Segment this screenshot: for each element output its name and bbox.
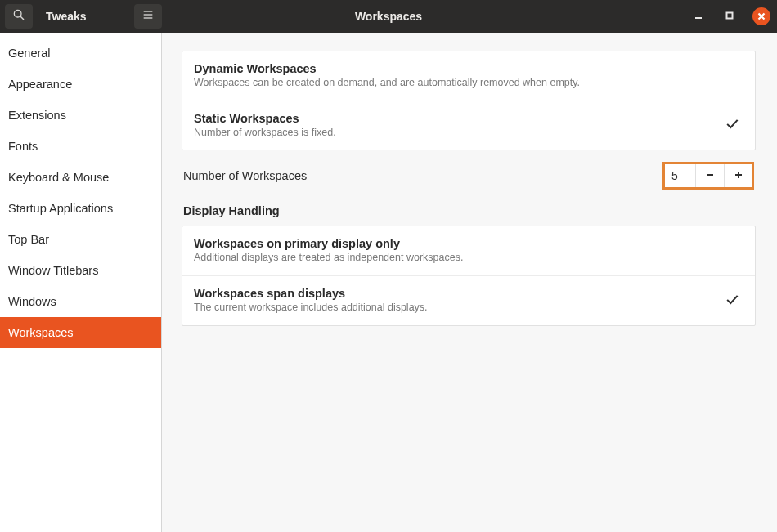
display-handling-header: Display Handling xyxy=(182,198,756,226)
minimize-button[interactable] xyxy=(690,8,707,25)
sidebar-item-label: Window Titlebars xyxy=(8,264,98,277)
close-button[interactable] xyxy=(752,7,770,25)
sidebar-item-windows[interactable]: Windows xyxy=(0,286,161,317)
sidebar: General Appearance Extensions Fonts Keyb… xyxy=(0,33,162,532)
maximize-button[interactable] xyxy=(721,8,738,25)
option-subtitle: Workspaces can be created on demand, and… xyxy=(194,77,580,90)
sidebar-item-workspaces[interactable]: Workspaces xyxy=(0,317,161,348)
page-title: Workspaces xyxy=(355,10,422,23)
plus-icon xyxy=(734,168,743,183)
sidebar-item-top-bar[interactable]: Top Bar xyxy=(0,224,161,255)
option-span-displays[interactable]: Workspaces span displays The current wor… xyxy=(182,275,755,325)
minus-icon xyxy=(705,168,715,183)
sidebar-item-general[interactable]: General xyxy=(0,38,161,69)
sidebar-item-keyboard-mouse[interactable]: Keyboard & Mouse xyxy=(0,162,161,193)
window: Tweaks Workspaces General Appearance Ex xyxy=(0,0,777,532)
option-title: Static Workspaces xyxy=(194,112,336,125)
check-icon xyxy=(724,291,740,311)
option-subtitle: Additional displays are treated as indep… xyxy=(194,252,463,265)
window-controls xyxy=(690,7,770,25)
option-title: Workspaces span displays xyxy=(194,287,428,300)
hamburger-icon xyxy=(141,8,155,25)
option-text: Workspaces on primary display only Addit… xyxy=(194,237,463,265)
menu-button[interactable] xyxy=(134,4,162,29)
option-primary-display-only[interactable]: Workspaces on primary display only Addit… xyxy=(182,226,755,275)
sidebar-item-label: Top Bar xyxy=(8,233,49,246)
sidebar-item-extensions[interactable]: Extensions xyxy=(0,100,161,131)
option-subtitle: The current workspace includes additiona… xyxy=(194,302,428,315)
sidebar-item-label: Fonts xyxy=(8,140,38,153)
minimize-icon xyxy=(694,9,703,24)
svg-point-0 xyxy=(14,10,21,17)
number-of-workspaces-row: Number of Workspaces 5 xyxy=(182,159,756,198)
number-of-workspaces-stepper[interactable]: 5 xyxy=(662,162,754,190)
sidebar-item-appearance[interactable]: Appearance xyxy=(0,69,161,100)
option-title: Workspaces on primary display only xyxy=(194,237,463,250)
option-static-workspaces[interactable]: Static Workspaces Number of workspaces i… xyxy=(182,101,755,150)
sidebar-item-label: Keyboard & Mouse xyxy=(8,171,109,184)
titlebar-left: Tweaks xyxy=(0,4,162,29)
sidebar-item-label: Windows xyxy=(8,295,56,308)
search-button[interactable] xyxy=(5,4,33,29)
option-title: Dynamic Workspaces xyxy=(194,62,580,75)
workspaces-mode-card: Dynamic Workspaces Workspaces can be cre… xyxy=(182,51,756,150)
svg-rect-6 xyxy=(727,13,733,19)
option-text: Dynamic Workspaces Workspaces can be cre… xyxy=(194,62,580,90)
sidebar-item-startup-applications[interactable]: Startup Applications xyxy=(0,193,161,224)
close-icon xyxy=(757,9,766,24)
titlebar: Tweaks Workspaces xyxy=(0,0,777,33)
option-dynamic-workspaces[interactable]: Dynamic Workspaces Workspaces can be cre… xyxy=(182,51,755,101)
body: General Appearance Extensions Fonts Keyb… xyxy=(0,33,777,532)
sidebar-item-label: Startup Applications xyxy=(8,202,113,215)
workspaces-value[interactable]: 5 xyxy=(665,164,696,187)
decrement-button[interactable] xyxy=(696,164,724,187)
option-subtitle: Number of workspaces is fixed. xyxy=(194,127,336,140)
search-icon xyxy=(12,8,25,25)
content: Dynamic Workspaces Workspaces can be cre… xyxy=(162,33,777,532)
sidebar-item-label: Appearance xyxy=(8,78,72,91)
increment-button[interactable] xyxy=(724,164,752,187)
svg-line-1 xyxy=(20,16,24,20)
option-text: Static Workspaces Number of workspaces i… xyxy=(194,112,336,140)
number-of-workspaces-label: Number of Workspaces xyxy=(183,169,307,182)
app-title: Tweaks xyxy=(46,10,87,23)
sidebar-item-label: General xyxy=(8,47,51,60)
sidebar-item-window-titlebars[interactable]: Window Titlebars xyxy=(0,255,161,286)
display-handling-card: Workspaces on primary display only Addit… xyxy=(182,226,756,325)
sidebar-item-fonts[interactable]: Fonts xyxy=(0,131,161,162)
option-text: Workspaces span displays The current wor… xyxy=(194,287,428,315)
sidebar-item-label: Extensions xyxy=(8,109,66,122)
check-icon xyxy=(724,115,740,135)
maximize-icon xyxy=(725,9,734,24)
sidebar-item-label: Workspaces xyxy=(8,326,74,339)
